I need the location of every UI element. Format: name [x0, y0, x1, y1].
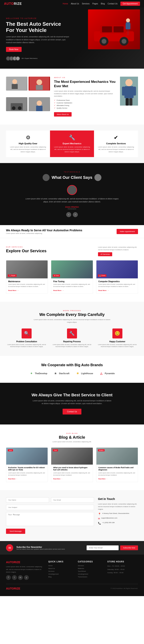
testi-nav-next[interactable]: › [73, 212, 78, 217]
svg-rect-10 [126, 23, 130, 29]
blog-image-2: Brakes [96, 448, 138, 464]
about-mechanic-svg [120, 77, 138, 106]
nav-link-blog[interactable]: Blog [101, 2, 105, 5]
mechanic-img-4 [29, 97, 50, 111]
hero-cta-button[interactable]: Book Now [6, 47, 22, 52]
blog-body-0: Exclusive: Toyota scrambles for EV reboo… [6, 464, 48, 482]
nav-link-about[interactable]: About Us [71, 2, 79, 5]
nav-link-services[interactable]: Services [82, 2, 89, 5]
check-item-2: Affordable Pricing [54, 104, 116, 106]
contact-name-input[interactable] [6, 497, 49, 503]
contact-subject-input[interactable] [6, 505, 94, 510]
nav-link-pages[interactable]: Pages [92, 2, 98, 5]
contact-email-input[interactable] [51, 497, 94, 503]
service-tag-1: ⚙ Tune [53, 274, 60, 277]
contact-section: Send Message Get in Touch Lorem ipsum do… [0, 490, 144, 541]
feature-title-1: Expert Mechanics [53, 142, 91, 145]
blog-card-0: Auto Exclusive: Toyota scrambles for EV … [6, 448, 48, 482]
footer-cat-2[interactable]: Tyre/Wheel [78, 570, 103, 572]
nav-cta-button[interactable]: Get Appointment [120, 2, 140, 6]
hero-title: The Best Auto Service For Your Vehicle [6, 21, 70, 33]
footer-hours-title: Store Hours [107, 560, 138, 563]
blog-header: OUR BLOG Blog & Article Lorem ipsum dolo… [6, 432, 138, 443]
process-icon-2: 😊 [112, 328, 122, 338]
process-label: WORK PROCESS [6, 310, 138, 312]
contact-message-textarea[interactable] [6, 512, 94, 526]
blog-post-link-0[interactable]: Read More [8, 478, 15, 480]
blog-link-arrow-0: → [16, 478, 17, 480]
newsletter-subscribe-button[interactable]: Subscribe Now [120, 546, 138, 550]
footer-link-0[interactable]: Home [48, 565, 74, 566]
services-all-button[interactable]: All Services [98, 252, 112, 256]
testimonials-section: TESTIMONIALS What Our Client Says Lorem … [0, 163, 144, 225]
testi-main-avatar-wrap [6, 185, 138, 195]
nav-link-contact[interactable]: Contact Us [108, 2, 117, 5]
footer-link-1[interactable]: About Us [48, 568, 74, 569]
testimonial-author-name: Zoeee Athartion [6, 206, 138, 208]
footer-link-4[interactable]: Blog [48, 576, 74, 578]
cta-button[interactable]: Contact Us [63, 409, 81, 414]
about-cta-button[interactable]: More About Us [54, 112, 72, 116]
newsletter-text: Subcribe Our Newsletter Get the latest n… [16, 546, 65, 550]
process-step-desc-1: Lorem ipsum dolor sit amet, consectetur … [51, 344, 93, 348]
svg-point-5 [102, 39, 106, 44]
newsletter-title: Subcribe Our Newsletter [16, 546, 65, 548]
service-title-0: Maintenance [8, 280, 46, 282]
services-header-right: Lorem ipsum dolor sit amet, consectetur … [98, 246, 138, 256]
appointment-banner: We Always Ready to Serve All Your Automo… [0, 225, 144, 238]
blog-section: OUR BLOG Blog & Article Lorem ipsum dolo… [0, 424, 144, 490]
footer-bottom-logo: AUTORIZE [6, 587, 20, 590]
mechanic-img-2 [29, 77, 50, 90]
contact-submit-button[interactable]: Send Message [6, 529, 25, 534]
social-icon-linkedin[interactable]: in [18, 575, 23, 580]
service-link-1[interactable]: Read More [53, 290, 61, 291]
contact-email-text: support@autorize.com [101, 517, 117, 519]
hero-description: Lorem ipsum dolor sit amet, consectetur … [6, 35, 70, 44]
process-step-desc-2: Lorem ipsum dolor sit amet, consectetur … [97, 344, 138, 348]
contact-info-title: Get in Touch [98, 497, 138, 500]
blog-post-link-2[interactable]: Read More [98, 478, 106, 480]
footer-col-hours: Store Hours Mon – Fri: 08:00 – 05:00 Sat… [107, 560, 138, 580]
blog-body-2: Common causes of Brake fluid leaks and d… [96, 464, 138, 482]
testi-main-avatar [67, 185, 77, 195]
footer-link-3[interactable]: Uncategorized [48, 573, 74, 575]
footer-link-2[interactable]: Services [48, 570, 74, 572]
svg-point-23 [37, 100, 42, 106]
contact-form: Send Message [6, 497, 94, 534]
footer-cat-1[interactable]: Batteries [78, 568, 103, 569]
feature-icon-2: ✔ [97, 134, 135, 141]
blog-post-title-0: Exclusive: Toyota scrambles for EV reboo… [8, 466, 46, 471]
feature-card-2: ✔ Complete Services Lorem ipsum dolor si… [94, 130, 138, 157]
appointment-cta-button[interactable]: Make Appointment [117, 229, 138, 234]
service-link-2[interactable]: Read More [98, 290, 107, 291]
footer-logo: AUTORIZE [6, 560, 44, 564]
testi-nav-prev[interactable]: ‹ [66, 212, 71, 217]
services-section: OUR SERVICES Explore Our Services Lorem … [0, 238, 144, 302]
footer-cat-3[interactable]: Uncategorized [78, 573, 103, 575]
contact-info-description: Lorem ipsum dolor sit amet, consectetur … [98, 503, 138, 510]
service-title-2: Computer Diagnostics [98, 280, 136, 282]
service-link-0[interactable]: Read More [8, 290, 16, 291]
about-image-4 [29, 97, 50, 111]
brand-name-1: StarScraft [59, 372, 70, 374]
footer-cat-0[interactable]: Services [78, 565, 103, 566]
about-description: Lorem ipsum dolor sit amet, consectetur … [54, 90, 116, 98]
brands-section: We Cooperate with Big Auto Brands ✦ TheD… [0, 356, 144, 383]
about-images-grid [6, 77, 50, 117]
footer-quick-links-title: Quick Links [48, 560, 74, 563]
svg-point-20 [12, 106, 16, 110]
newsletter-email-input[interactable] [87, 546, 119, 550]
feature-card-0: ⚙ High Quality Gear Lorem ipsum dolor si… [6, 130, 50, 157]
service-tag-2: 💻 Check [98, 274, 107, 277]
process-description: Lorem ipsum dolor sit amet, consectetur … [32, 318, 112, 324]
blog-post-link-1[interactable]: Read More [53, 478, 60, 480]
svg-rect-27 [124, 86, 133, 98]
footer-cat-4[interactable]: Transmission [78, 576, 103, 578]
social-icon-youtube[interactable]: y [24, 575, 29, 580]
appointment-subtitle: Lorem ipsum dolor sit amet, consectetur … [6, 232, 82, 234]
social-icon-facebook[interactable]: f [6, 575, 11, 580]
blog-link-arrow-1: → [61, 478, 62, 480]
nav-link-home[interactable]: Home [63, 2, 68, 5]
social-icon-twitter[interactable]: t [12, 575, 17, 580]
blog-post-desc-1: Lorem ipsum dolor sit amet, consectetur … [53, 472, 91, 476]
